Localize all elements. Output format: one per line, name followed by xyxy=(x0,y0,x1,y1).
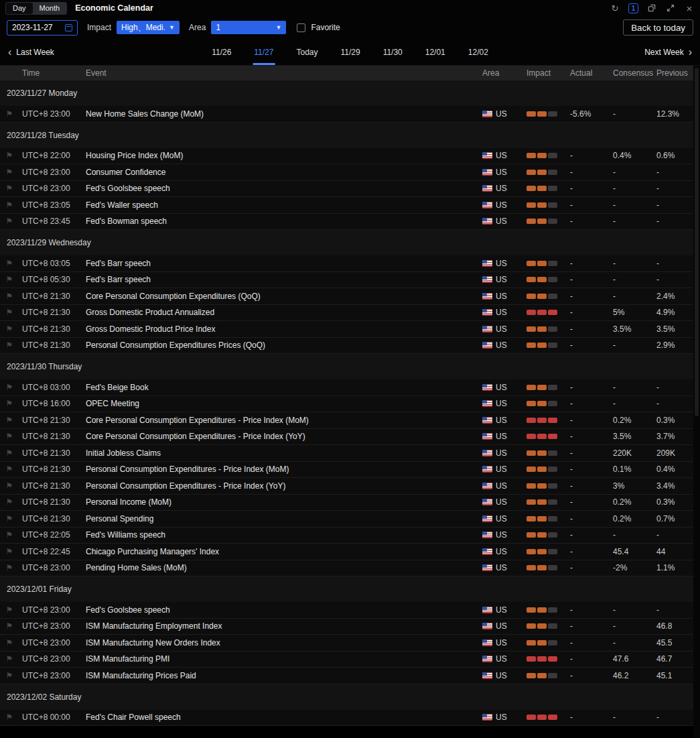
event-row[interactable]: ⚑UTC+8 23:00ISM Manufacturing Employment… xyxy=(0,619,693,635)
event-row[interactable]: ⚑UTC+8 23:05Fed's Waller speechUS--- xyxy=(0,197,693,214)
event-row[interactable]: ⚑UTC+8 23:45Fed's Bowman speechUS--- xyxy=(0,214,693,231)
scrollbar[interactable] xyxy=(693,66,700,738)
bookmark-icon[interactable]: ⚑ xyxy=(6,383,13,391)
impact-bar xyxy=(537,656,547,662)
impact-bar xyxy=(527,499,536,505)
bookmark-icon[interactable]: ⚑ xyxy=(6,110,13,118)
bookmark-icon[interactable]: ⚑ xyxy=(6,432,13,440)
bookmark-icon[interactable]: ⚑ xyxy=(6,399,13,408)
bookmark-cell: ⚑ xyxy=(0,325,19,333)
bookmark-icon[interactable]: ⚑ xyxy=(6,308,13,316)
event-row[interactable]: ⚑UTC+8 03:00Fed's Beige BookUS--- xyxy=(0,379,693,396)
bookmark-cell: ⚑ xyxy=(0,449,19,457)
event-row[interactable]: ⚑UTC+8 23:00ISM Manufacturing Prices Pai… xyxy=(0,668,693,684)
week-tab-12-02[interactable]: 12/02 xyxy=(468,39,488,65)
event-row[interactable]: ⚑UTC+8 21:30Personal Consumption Expendi… xyxy=(0,462,693,479)
bookmark-icon[interactable]: ⚑ xyxy=(6,498,13,506)
bookmark-icon[interactable]: ⚑ xyxy=(6,168,13,176)
back-to-today-button[interactable]: Back to today xyxy=(623,19,693,36)
area-label: US xyxy=(496,605,507,615)
bookmark-icon[interactable]: ⚑ xyxy=(6,531,13,539)
bookmark-icon[interactable]: ⚑ xyxy=(6,151,13,160)
week-tab-11-27[interactable]: 11/27 xyxy=(254,39,273,65)
close-icon[interactable]: × xyxy=(684,3,695,13)
event-row[interactable]: ⚑UTC+8 22:45Chicago Purchasing Managers'… xyxy=(0,544,693,560)
event-row[interactable]: ⚑UTC+8 03:05Fed's Barr speechUS--- xyxy=(0,255,693,272)
bookmark-icon[interactable]: ⚑ xyxy=(6,259,13,267)
event-row[interactable]: ⚑UTC+8 23:00New Home Sales Change (MoM)U… xyxy=(0,106,693,123)
event-row[interactable]: ⚑UTC+8 23:00ISM Manufacturing New Orders… xyxy=(0,635,693,652)
event-row[interactable]: ⚑UTC+8 21:30Core Personal Consumption Ex… xyxy=(0,412,693,429)
impact-dropdown[interactable]: High、Medi... ▼ xyxy=(117,21,180,34)
bookmark-cell: ⚑ xyxy=(0,259,19,267)
event-row[interactable]: ⚑UTC+8 21:30Gross Domestic Product Annua… xyxy=(0,305,693,322)
favorite-checkbox[interactable] xyxy=(297,23,305,32)
event-row[interactable]: ⚑UTC+8 21:30Gross Domestic Product Price… xyxy=(0,321,693,338)
bookmark-icon[interactable]: ⚑ xyxy=(6,482,13,490)
area-dropdown[interactable]: 1 ▼ xyxy=(211,21,286,34)
bookmark-icon[interactable]: ⚑ xyxy=(6,292,13,300)
bookmark-icon[interactable]: ⚑ xyxy=(6,515,13,523)
event-row[interactable]: ⚑UTC+8 21:30Core Personal Consumption Ex… xyxy=(0,429,693,446)
refresh-icon[interactable]: ↻ xyxy=(610,3,620,13)
event-row[interactable]: ⚑UTC+8 23:00ISM Manufacturing PMIUS-47.6… xyxy=(0,652,693,668)
event-row[interactable]: ⚑UTC+8 21:30Personal Income (MoM)US-0.2%… xyxy=(0,495,693,511)
impact-indicator xyxy=(523,153,567,158)
event-row[interactable]: ⚑UTC+8 23:00Pending Home Sales (MoM)US--… xyxy=(0,560,693,577)
event-row[interactable]: ⚑UTC+8 00:00Fed's Chair Powell speechUS-… xyxy=(0,710,693,727)
bookmark-icon[interactable]: ⚑ xyxy=(6,465,13,473)
impact-bar xyxy=(537,343,547,348)
bookmark-icon[interactable]: ⚑ xyxy=(6,672,13,680)
previous-value: 2.4% xyxy=(653,292,693,301)
bookmark-icon[interactable]: ⚑ xyxy=(6,275,13,284)
bookmark-cell: ⚑ xyxy=(0,465,19,473)
event-row[interactable]: ⚑UTC+8 23:00Fed's Goolsbee speechUS--- xyxy=(0,602,693,619)
week-tab-12-01[interactable]: 12/01 xyxy=(425,39,445,65)
header-time: Time xyxy=(19,68,82,78)
week-tab-11-26[interactable]: 11/26 xyxy=(212,39,231,65)
impact-bar xyxy=(548,310,557,315)
event-row[interactable]: ⚑UTC+8 21:30Core Personal Consumption Ex… xyxy=(0,288,693,305)
event-row[interactable]: ⚑UTC+8 23:00Consumer ConfidenceUS--- xyxy=(0,164,693,181)
bookmark-icon[interactable]: ⚑ xyxy=(6,184,13,192)
bookmark-icon[interactable]: ⚑ xyxy=(6,201,13,209)
bookmark-icon[interactable]: ⚑ xyxy=(6,606,13,614)
bookmark-icon[interactable]: ⚑ xyxy=(6,548,13,556)
window-layout-icon[interactable]: 1 xyxy=(628,3,638,13)
consensus-value: 3.5% xyxy=(610,432,653,441)
bookmark-icon[interactable]: ⚑ xyxy=(6,341,13,349)
last-week-button[interactable]: ‹ Last Week xyxy=(8,47,54,58)
bookmark-icon[interactable]: ⚑ xyxy=(6,713,13,721)
popout-icon[interactable] xyxy=(646,3,657,13)
bookmark-icon[interactable]: ⚑ xyxy=(6,416,13,424)
impact-bar xyxy=(548,549,557,554)
event-row[interactable]: ⚑UTC+8 16:00OPEC MeetingUS--- xyxy=(0,396,693,413)
consensus-value: - xyxy=(610,530,653,540)
impact-bar xyxy=(527,111,536,117)
scrollbar-thumb[interactable] xyxy=(695,68,699,416)
bookmark-icon[interactable]: ⚑ xyxy=(6,639,13,647)
view-tab-month[interactable]: Month xyxy=(33,3,67,14)
bookmark-icon[interactable]: ⚑ xyxy=(6,655,13,663)
view-tab-day[interactable]: Day xyxy=(6,3,33,14)
bookmark-icon[interactable]: ⚑ xyxy=(6,564,13,572)
week-tab-today[interactable]: Today xyxy=(296,39,318,65)
bookmark-icon[interactable]: ⚑ xyxy=(6,325,13,333)
week-tab-11-30[interactable]: 11/30 xyxy=(383,39,403,65)
bookmark-icon[interactable]: ⚑ xyxy=(6,217,13,225)
expand-icon[interactable] xyxy=(665,3,676,13)
event-row[interactable]: ⚑UTC+8 21:30Personal SpendingUS-0.2%0.7% xyxy=(0,511,693,528)
bookmark-icon[interactable]: ⚑ xyxy=(6,449,13,457)
bookmark-icon[interactable]: ⚑ xyxy=(6,622,13,630)
event-row[interactable]: ⚑UTC+8 22:00Housing Price Index (MoM)US-… xyxy=(0,148,693,165)
date-picker-input[interactable]: 2023-11-27 xyxy=(7,20,78,36)
event-row[interactable]: ⚑UTC+8 21:30Personal Consumption Expendi… xyxy=(0,338,693,355)
event-row[interactable]: ⚑UTC+8 21:30Personal Consumption Expendi… xyxy=(0,478,693,495)
event-row[interactable]: ⚑UTC+8 05:30Fed's Barr speechUS--- xyxy=(0,272,693,289)
event-row[interactable]: ⚑UTC+8 22:05Fed's Williams speechUS--- xyxy=(0,528,693,544)
event-row[interactable]: ⚑UTC+8 21:30Initial Jobless ClaimsUS-220… xyxy=(0,445,693,462)
next-week-button[interactable]: Next Week › xyxy=(644,47,692,58)
event-row[interactable]: ⚑UTC+8 23:00Fed's Goolsbee speechUS--- xyxy=(0,181,693,198)
impact-indicator xyxy=(523,450,567,456)
week-tab-11-29[interactable]: 11/29 xyxy=(340,39,360,65)
